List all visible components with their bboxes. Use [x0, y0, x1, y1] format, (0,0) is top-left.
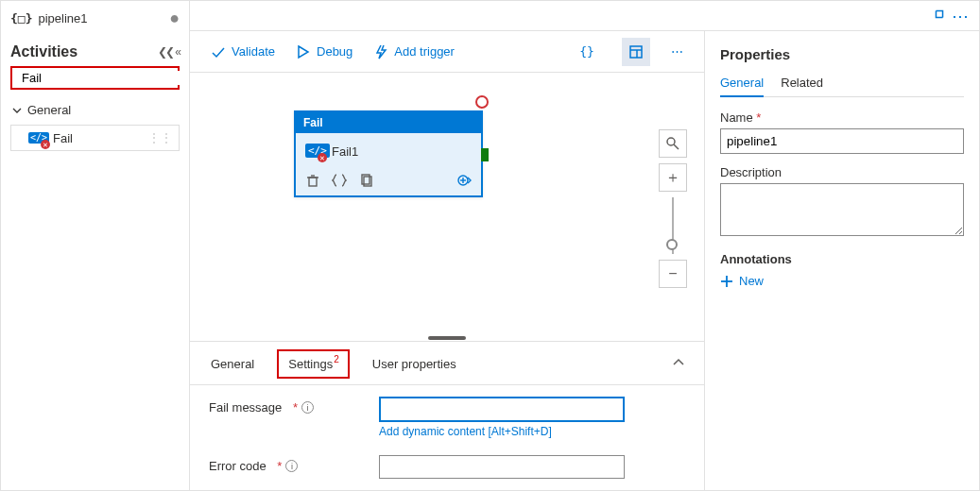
- fail-activity-icon: </>✕: [28, 129, 47, 146]
- code-view-button[interactable]: {}: [573, 38, 601, 66]
- tab-user-properties[interactable]: User properties: [370, 353, 458, 375]
- unsaved-indicator-icon: ●: [169, 8, 180, 28]
- activity-item-label: Fail: [53, 131, 73, 145]
- properties-toggle-button[interactable]: [622, 38, 650, 66]
- node-type-label: Fail: [296, 112, 481, 133]
- zoom-in-button[interactable]: ＋: [659, 163, 687, 192]
- activity-item-fail[interactable]: </>✕ Fail ⋮⋮: [10, 125, 180, 151]
- search-icon: [665, 136, 680, 151]
- chevron-down-icon: [12, 106, 22, 115]
- pipeline-name: pipeline1: [38, 11, 87, 25]
- tab-general[interactable]: General: [209, 353, 256, 375]
- tab-bar: ⋯: [190, 1, 979, 31]
- error-code-label: Error code * i: [209, 455, 379, 473]
- properties-title: Properties: [720, 46, 964, 62]
- fail-activity-icon: </>✕: [305, 143, 324, 160]
- svg-rect-3: [630, 46, 642, 58]
- expand-icon[interactable]: [933, 8, 946, 24]
- zoom-controls: ＋ −: [659, 129, 687, 288]
- add-trigger-button[interactable]: Add trigger: [373, 44, 455, 59]
- svg-marker-2: [299, 46, 308, 58]
- activities-search[interactable]: [10, 66, 180, 90]
- plus-icon: [720, 275, 733, 288]
- zoom-handle[interactable]: [666, 239, 678, 250]
- delete-icon[interactable]: [305, 173, 320, 188]
- settings-error-count: 2: [334, 354, 339, 364]
- add-output-icon[interactable]: [456, 173, 472, 188]
- trigger-icon: [373, 44, 388, 59]
- add-dynamic-content-link[interactable]: Add dynamic content [Alt+Shift+D]: [379, 425, 685, 438]
- fit-to-screen-button[interactable]: [659, 129, 687, 158]
- braces-icon[interactable]: [332, 173, 347, 188]
- pipeline-icon: {□}: [10, 11, 32, 25]
- fail-activity-node[interactable]: Fail </>✕ Fail1: [294, 110, 483, 197]
- zoom-out-button[interactable]: −: [659, 260, 687, 288]
- properties-panel: Properties General Related Name * Descri…: [705, 31, 979, 490]
- description-label: Description: [720, 165, 782, 179]
- validate-button[interactable]: Validate: [211, 44, 275, 59]
- pipeline-description-input[interactable]: [720, 183, 964, 236]
- activities-sidebar: {□} pipeline1 ● Activities ❮❮ « General …: [1, 1, 190, 490]
- activity-settings-panel: General Settings2 User properties Fail m…: [190, 341, 704, 490]
- properties-tab-related[interactable]: Related: [781, 76, 823, 96]
- validation-error-icon: [475, 95, 489, 109]
- node-name: Fail1: [332, 144, 358, 159]
- debug-button[interactable]: Debug: [296, 44, 352, 59]
- success-connector[interactable]: [481, 148, 489, 161]
- pipeline-canvas[interactable]: Fail </>✕ Fail1: [190, 73, 704, 335]
- properties-tab-general[interactable]: General: [720, 76, 764, 97]
- canvas-more-icon[interactable]: ⋯: [671, 44, 683, 59]
- svg-line-15: [674, 144, 679, 149]
- drag-handle-icon[interactable]: ⋮⋮: [148, 131, 173, 144]
- info-icon[interactable]: i: [301, 401, 314, 414]
- more-icon[interactable]: ⋯: [952, 6, 970, 26]
- play-icon: [296, 44, 311, 59]
- activities-search-input[interactable]: [22, 71, 181, 85]
- fail-message-label: Fail message * i: [209, 397, 379, 415]
- svg-point-14: [667, 138, 675, 145]
- activities-title: Activities: [10, 43, 77, 60]
- collapse-panel-icon[interactable]: [672, 356, 685, 372]
- properties-icon: [628, 44, 644, 59]
- category-label: General: [27, 103, 71, 117]
- canvas-toolbar: Validate Debug Add trigger {}: [190, 31, 704, 73]
- info-icon[interactable]: i: [285, 460, 298, 472]
- collapse-sidebar-icon[interactable]: ❮❮ «: [158, 45, 180, 59]
- error-code-input[interactable]: [379, 455, 625, 479]
- name-label: Name *: [720, 110, 761, 125]
- fail-message-input[interactable]: [379, 397, 625, 422]
- category-general[interactable]: General: [10, 99, 180, 121]
- pipeline-name-input[interactable]: [720, 128, 964, 154]
- new-annotation-button[interactable]: New: [720, 274, 964, 288]
- check-icon: [211, 44, 226, 59]
- annotations-label: Annotations: [720, 252, 964, 266]
- tab-settings[interactable]: Settings2: [277, 349, 350, 379]
- copy-icon[interactable]: [358, 173, 373, 188]
- svg-rect-6: [309, 178, 317, 186]
- zoom-slider[interactable]: [672, 197, 674, 254]
